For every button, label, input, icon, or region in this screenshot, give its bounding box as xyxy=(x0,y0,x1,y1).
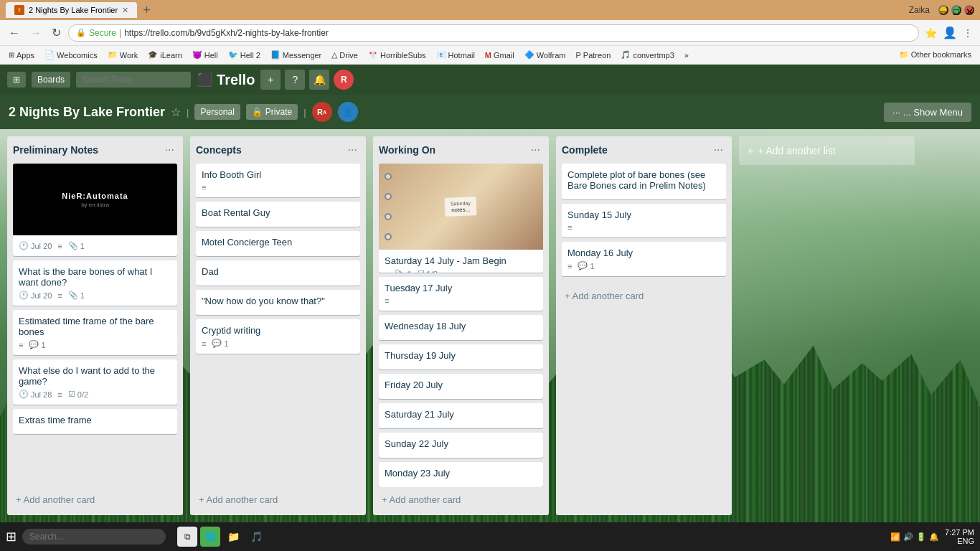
add-card-btn-complete[interactable]: + Add another card xyxy=(562,286,726,306)
bookmark-messenger[interactable]: 📘Messenger xyxy=(268,49,324,61)
tab-favicon: T xyxy=(14,5,24,15)
card-nier[interactable]: NieR:Automata by en:iistra 🕐 Jul 20 ≡ 📎 … xyxy=(13,164,177,256)
card-time-frame[interactable]: Estimated time frame of the bare bones ≡… xyxy=(13,310,177,355)
bookmark-gmail[interactable]: MGmail xyxy=(482,50,517,61)
card-sun15[interactable]: Sunday 15 July ≡ xyxy=(562,204,726,237)
show-menu-label: ... Show Menu xyxy=(903,107,963,118)
card-motel[interactable]: Motel Concierge Teen xyxy=(196,231,360,256)
add-list-label[interactable]: + + Add another list xyxy=(745,142,909,159)
bookmark-wolfram[interactable]: 🔷Wolfram xyxy=(522,49,569,61)
trello-logo: ⬛ Trello xyxy=(197,72,255,88)
checklist-icon: ☑ xyxy=(68,390,75,399)
card-dad[interactable]: Dad xyxy=(196,260,360,286)
card-bare-bones[interactable]: What is the bare bones of what I want do… xyxy=(13,260,177,306)
bookmark-patreon[interactable]: PPatreon xyxy=(573,50,614,61)
bookmark-horriblesubs[interactable]: 🎌HorribleSubs xyxy=(365,49,429,61)
visibility-btn[interactable]: Personal xyxy=(194,104,240,120)
user-avatar[interactable]: R xyxy=(334,70,354,90)
attach-icon-3: 📎 xyxy=(395,269,405,273)
card-fri20[interactable]: Friday 20 July xyxy=(379,374,543,399)
taskbar-search-input[interactable] xyxy=(22,529,166,545)
card-now-how[interactable]: "Now how do you know that?" xyxy=(196,290,360,315)
board-content: Preliminary Notes ··· NieR:Automata by e… xyxy=(0,129,980,522)
list-title-complete: Complete xyxy=(562,144,711,156)
clock-display: 7:27 PM xyxy=(945,528,974,537)
card-cryptid[interactable]: Cryptid writing ≡ 💬 1 xyxy=(196,319,360,354)
user-btn[interactable]: 👤 xyxy=(941,24,958,41)
card-thu19[interactable]: Thursday 19 July xyxy=(379,344,543,369)
browser-tab[interactable]: T 2 Nights By Lake Frontier ✕ xyxy=(6,2,137,18)
board-title[interactable]: 2 Nights By Lake Frontier xyxy=(9,105,165,120)
card-info-booth[interactable]: Info Booth Girl ≡ xyxy=(196,164,360,197)
extensions-btn[interactable]: ⭐ xyxy=(923,26,938,40)
list-header-concepts: Concepts ··· xyxy=(196,142,360,158)
list-preliminary-notes: Preliminary Notes ··· NieR:Automata by e… xyxy=(7,136,183,515)
card-sat21[interactable]: Saturday 21 July xyxy=(379,403,543,428)
add-card-btn-preliminary[interactable]: + Add another card xyxy=(13,490,177,509)
list-menu-btn-complete[interactable]: ··· xyxy=(711,142,726,158)
close-btn[interactable]: ✕ xyxy=(964,5,974,15)
card-complete-plot[interactable]: Complete plot of bare bones (see Bare Bo… xyxy=(562,164,726,199)
bookmark-drive[interactable]: △Drive xyxy=(329,49,361,61)
boards-btn[interactable]: Boards xyxy=(32,72,70,88)
card-mon23[interactable]: Monday 23 July xyxy=(379,462,543,487)
card-boat-rental[interactable]: Boat Rental Guy xyxy=(196,202,360,227)
card-extras[interactable]: Extras time frame xyxy=(13,409,177,434)
taskbar-app-media[interactable]: 🎵 xyxy=(246,527,266,547)
taskbar-app-folder[interactable]: 📁 xyxy=(223,527,243,547)
list-menu-btn-working[interactable]: ··· xyxy=(528,142,543,158)
bookmark-hell2[interactable]: 🐦Hell 2 xyxy=(225,49,263,61)
card-what-else-title: What else do I want to add to the game? xyxy=(19,365,171,387)
list-menu-btn-concepts[interactable]: ··· xyxy=(345,142,360,158)
desc-icon-3: ≡ xyxy=(19,341,23,349)
menu-btn[interactable]: ⋮ xyxy=(961,26,974,40)
bookmark-other[interactable]: 📁 Other bookmarks xyxy=(896,49,974,61)
show-menu-btn[interactable]: ··· ... Show Menu xyxy=(884,103,971,122)
start-btn[interactable]: ⊞ xyxy=(6,529,17,545)
member-avatar-r[interactable]: RA xyxy=(312,102,332,122)
back-btn[interactable]: ← xyxy=(6,25,23,41)
list-complete: Complete ··· Complete plot of bare bones… xyxy=(556,136,732,515)
add-list-btn[interactable]: + + Add another list xyxy=(739,136,915,165)
taskbar-app-task-view[interactable]: ⧉ xyxy=(177,527,197,547)
card-tue17[interactable]: Tuesday 17 July ≡ xyxy=(379,277,543,311)
board-star-btn[interactable]: ☆ xyxy=(171,105,181,119)
refresh-btn[interactable]: ↻ xyxy=(49,24,64,41)
add-card-btn-working[interactable]: + Add another card xyxy=(379,490,543,509)
bookmark-apps[interactable]: ⊞Apps xyxy=(6,50,37,61)
info-btn[interactable]: ? xyxy=(285,70,305,90)
card-wed18[interactable]: Wednesday 18 July xyxy=(379,315,543,340)
bookmark-webcomics[interactable]: 📄Webcomics xyxy=(42,49,100,61)
minimize-btn[interactable]: ─ xyxy=(938,5,948,15)
taskbar-app-chrome[interactable]: 🌐 xyxy=(200,527,220,547)
bookmark-work[interactable]: 📁Work xyxy=(105,49,141,61)
card-bare-bones-title: What is the bare bones of what I want do… xyxy=(19,266,171,288)
forward-btn[interactable]: → xyxy=(27,25,44,41)
privacy-btn[interactable]: 🔒 Private xyxy=(246,104,298,120)
add-btn[interactable]: + xyxy=(260,70,281,90)
bookmark-hell[interactable]: 😈Hell xyxy=(189,49,221,61)
chrome-icon: 🌐 xyxy=(205,532,216,542)
notifications-btn[interactable]: 🔔 xyxy=(309,70,329,90)
card-sat14-title: Saturday 14 July - Jam Begin xyxy=(385,255,537,266)
card-mon16[interactable]: Monday 16 July ≡ 💬 1 xyxy=(562,242,726,276)
trello-home-btn[interactable]: ⊞ xyxy=(7,72,26,88)
bookmark-ilearn[interactable]: 🎓iLearn xyxy=(145,49,185,61)
bookmark-hotmail[interactable]: 📧Hotmail xyxy=(433,49,478,61)
address-bar[interactable]: 🔒 Secure | https://trello.com/b/9vd5gKxh… xyxy=(68,24,919,42)
member-avatar-2[interactable]: 👤 xyxy=(338,102,358,122)
bookmark-more[interactable]: » xyxy=(682,50,692,61)
add-card-btn-concepts[interactable]: + Add another card xyxy=(196,490,360,509)
desc-icon-10: ≡ xyxy=(567,262,572,270)
card-sun22[interactable]: Sunday 22 July xyxy=(379,433,543,458)
card-sat14[interactable]: Saturday notes... xyxy=(379,164,543,273)
trello-search-input[interactable] xyxy=(76,72,191,88)
lock-icon-board: 🔒 xyxy=(252,107,263,117)
maximize-btn[interactable]: □ xyxy=(951,5,961,15)
list-menu-btn-preliminary[interactable]: ··· xyxy=(162,142,177,158)
card-what-else[interactable]: What else do I want to add to the game? … xyxy=(13,359,177,405)
bookmark-convertmp3[interactable]: 🎵convertmp3 xyxy=(618,49,677,61)
tab-close-btn[interactable]: ✕ xyxy=(122,6,128,15)
new-tab-btn[interactable]: + xyxy=(143,3,151,18)
media-icon: 🎵 xyxy=(250,531,263,542)
